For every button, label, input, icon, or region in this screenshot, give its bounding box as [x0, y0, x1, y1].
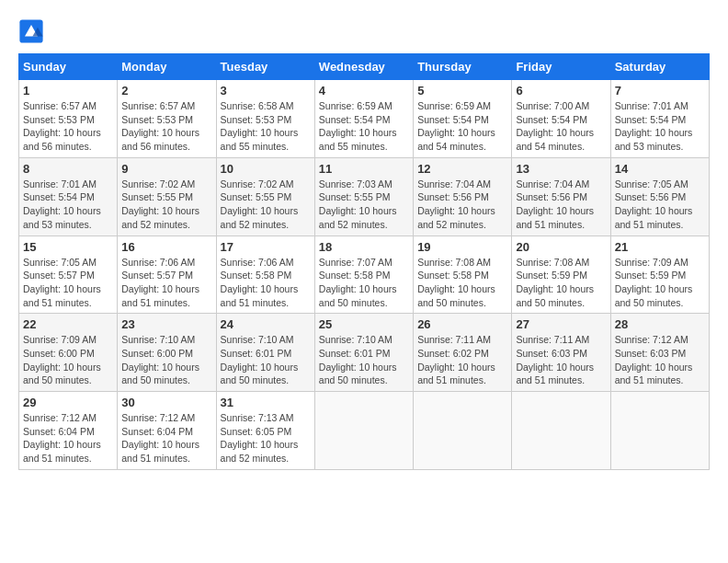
day-info: Sunrise: 6:58 AM Sunset: 5:53 PM Dayligh… — [221, 99, 311, 154]
weekday-header-thursday: Thursday — [414, 54, 512, 80]
day-number: 4 — [319, 84, 409, 98]
day-info: Sunrise: 7:13 AM Sunset: 6:05 PM Dayligh… — [221, 411, 311, 465]
day-number: 21 — [615, 240, 705, 254]
day-info: Sunrise: 7:03 AM Sunset: 5:55 PM Dayligh… — [319, 178, 409, 232]
calendar-cell: 29Sunrise: 7:12 AM Sunset: 6:04 PM Dayli… — [19, 392, 118, 470]
day-number: 25 — [319, 317, 409, 331]
weekday-row: SundayMondayTuesdayWednesdayThursdayFrid… — [19, 54, 710, 80]
day-info: Sunrise: 7:07 AM Sunset: 5:58 PM Dayligh… — [319, 256, 409, 310]
calendar-cell: 15Sunrise: 7:05 AM Sunset: 5:57 PM Dayli… — [19, 236, 118, 314]
day-number: 6 — [516, 84, 606, 98]
day-number: 9 — [121, 162, 211, 176]
day-info: Sunrise: 7:04 AM Sunset: 5:56 PM Dayligh… — [516, 178, 606, 232]
weekday-header-friday: Friday — [512, 54, 610, 80]
day-number: 22 — [23, 317, 113, 331]
weekday-header-monday: Monday — [118, 54, 216, 80]
day-info: Sunrise: 7:11 AM Sunset: 6:02 PM Dayligh… — [417, 333, 507, 387]
day-number: 12 — [417, 162, 507, 176]
calendar-cell: 10Sunrise: 7:02 AM Sunset: 5:55 PM Dayli… — [216, 157, 314, 236]
day-info: Sunrise: 7:06 AM Sunset: 5:57 PM Dayligh… — [121, 256, 211, 310]
day-number: 30 — [121, 396, 211, 409]
day-info: Sunrise: 7:02 AM Sunset: 5:55 PM Dayligh… — [221, 178, 311, 232]
day-info: Sunrise: 7:05 AM Sunset: 5:57 PM Dayligh… — [23, 256, 113, 310]
day-info: Sunrise: 7:05 AM Sunset: 5:56 PM Dayligh… — [615, 178, 705, 232]
day-number: 27 — [516, 317, 606, 331]
day-number: 10 — [221, 162, 311, 176]
day-info: Sunrise: 7:12 AM Sunset: 6:04 PM Dayligh… — [121, 411, 211, 465]
calendar-week-3: 15Sunrise: 7:05 AM Sunset: 5:57 PM Dayli… — [19, 236, 710, 314]
day-number: 28 — [615, 317, 705, 331]
day-number: 23 — [121, 317, 211, 331]
day-info: Sunrise: 7:01 AM Sunset: 5:54 PM Dayligh… — [615, 99, 705, 154]
logo-icon — [18, 18, 44, 44]
calendar-cell: 12Sunrise: 7:04 AM Sunset: 5:56 PM Dayli… — [414, 157, 512, 236]
weekday-header-sunday: Sunday — [19, 54, 118, 80]
day-number: 11 — [319, 162, 409, 176]
calendar-cell: 20Sunrise: 7:08 AM Sunset: 5:59 PM Dayli… — [512, 236, 610, 314]
calendar-cell: 21Sunrise: 7:09 AM Sunset: 5:59 PM Dayli… — [610, 236, 709, 314]
logo — [18, 18, 50, 44]
day-info: Sunrise: 7:10 AM Sunset: 6:00 PM Dayligh… — [121, 333, 211, 387]
day-number: 24 — [221, 317, 311, 331]
day-info: Sunrise: 7:06 AM Sunset: 5:58 PM Dayligh… — [221, 256, 311, 310]
day-info: Sunrise: 7:08 AM Sunset: 5:58 PM Dayligh… — [417, 256, 507, 310]
calendar-cell — [314, 392, 413, 470]
day-number: 17 — [221, 240, 311, 254]
day-number: 8 — [23, 162, 113, 176]
day-number: 19 — [417, 240, 507, 254]
calendar-cell: 26Sunrise: 7:11 AM Sunset: 6:02 PM Dayli… — [414, 314, 512, 392]
calendar-cell: 6Sunrise: 7:00 AM Sunset: 5:54 PM Daylig… — [512, 80, 610, 158]
calendar-cell: 2Sunrise: 6:57 AM Sunset: 5:53 PM Daylig… — [118, 80, 216, 158]
calendar-cell: 19Sunrise: 7:08 AM Sunset: 5:58 PM Dayli… — [414, 236, 512, 314]
weekday-header-wednesday: Wednesday — [314, 54, 413, 80]
calendar-cell: 7Sunrise: 7:01 AM Sunset: 5:54 PM Daylig… — [610, 80, 709, 158]
calendar-cell: 17Sunrise: 7:06 AM Sunset: 5:58 PM Dayli… — [216, 236, 314, 314]
calendar-cell: 14Sunrise: 7:05 AM Sunset: 5:56 PM Dayli… — [610, 157, 709, 236]
calendar-cell: 28Sunrise: 7:12 AM Sunset: 6:03 PM Dayli… — [610, 314, 709, 392]
day-number: 3 — [221, 84, 311, 98]
day-info: Sunrise: 7:09 AM Sunset: 6:00 PM Dayligh… — [23, 333, 113, 387]
day-number: 14 — [615, 162, 705, 176]
calendar-week-4: 22Sunrise: 7:09 AM Sunset: 6:00 PM Dayli… — [19, 314, 710, 392]
day-number: 16 — [121, 240, 211, 254]
day-number: 15 — [23, 240, 113, 254]
day-info: Sunrise: 6:57 AM Sunset: 5:53 PM Dayligh… — [23, 99, 113, 154]
calendar-cell — [512, 392, 610, 470]
day-info: Sunrise: 7:08 AM Sunset: 5:59 PM Dayligh… — [516, 256, 606, 310]
calendar-cell: 4Sunrise: 6:59 AM Sunset: 5:54 PM Daylig… — [314, 80, 413, 158]
day-number: 7 — [615, 84, 705, 98]
calendar-cell: 11Sunrise: 7:03 AM Sunset: 5:55 PM Dayli… — [314, 157, 413, 236]
day-number: 29 — [23, 396, 113, 409]
day-number: 1 — [23, 84, 113, 98]
calendar-cell: 5Sunrise: 6:59 AM Sunset: 5:54 PM Daylig… — [414, 80, 512, 158]
calendar-week-2: 8Sunrise: 7:01 AM Sunset: 5:54 PM Daylig… — [19, 157, 710, 236]
page-header — [18, 18, 710, 44]
day-number: 18 — [319, 240, 409, 254]
calendar-body: 1Sunrise: 6:57 AM Sunset: 5:53 PM Daylig… — [19, 80, 710, 470]
day-info: Sunrise: 7:12 AM Sunset: 6:04 PM Dayligh… — [23, 411, 113, 465]
calendar-cell: 9Sunrise: 7:02 AM Sunset: 5:55 PM Daylig… — [118, 157, 216, 236]
calendar-cell — [610, 392, 709, 470]
calendar-cell: 22Sunrise: 7:09 AM Sunset: 6:00 PM Dayli… — [19, 314, 118, 392]
day-number: 31 — [221, 396, 311, 409]
day-info: Sunrise: 7:09 AM Sunset: 5:59 PM Dayligh… — [615, 256, 705, 310]
calendar-header: SundayMondayTuesdayWednesdayThursdayFrid… — [19, 54, 710, 80]
calendar-cell: 25Sunrise: 7:10 AM Sunset: 6:01 PM Dayli… — [314, 314, 413, 392]
calendar-cell — [414, 392, 512, 470]
day-info: Sunrise: 7:10 AM Sunset: 6:01 PM Dayligh… — [221, 333, 311, 387]
day-info: Sunrise: 6:59 AM Sunset: 5:54 PM Dayligh… — [319, 99, 409, 154]
day-info: Sunrise: 7:10 AM Sunset: 6:01 PM Dayligh… — [319, 333, 409, 387]
day-info: Sunrise: 7:11 AM Sunset: 6:03 PM Dayligh… — [516, 333, 606, 387]
calendar-cell: 27Sunrise: 7:11 AM Sunset: 6:03 PM Dayli… — [512, 314, 610, 392]
day-info: Sunrise: 7:01 AM Sunset: 5:54 PM Dayligh… — [23, 178, 113, 232]
calendar-cell: 13Sunrise: 7:04 AM Sunset: 5:56 PM Dayli… — [512, 157, 610, 236]
day-number: 20 — [516, 240, 606, 254]
day-number: 26 — [417, 317, 507, 331]
day-info: Sunrise: 7:00 AM Sunset: 5:54 PM Dayligh… — [516, 99, 606, 154]
weekday-header-tuesday: Tuesday — [216, 54, 314, 80]
day-number: 2 — [121, 84, 211, 98]
calendar-cell: 30Sunrise: 7:12 AM Sunset: 6:04 PM Dayli… — [118, 392, 216, 470]
calendar-cell: 31Sunrise: 7:13 AM Sunset: 6:05 PM Dayli… — [216, 392, 314, 470]
day-info: Sunrise: 7:02 AM Sunset: 5:55 PM Dayligh… — [121, 178, 211, 232]
calendar-cell: 1Sunrise: 6:57 AM Sunset: 5:53 PM Daylig… — [19, 80, 118, 158]
